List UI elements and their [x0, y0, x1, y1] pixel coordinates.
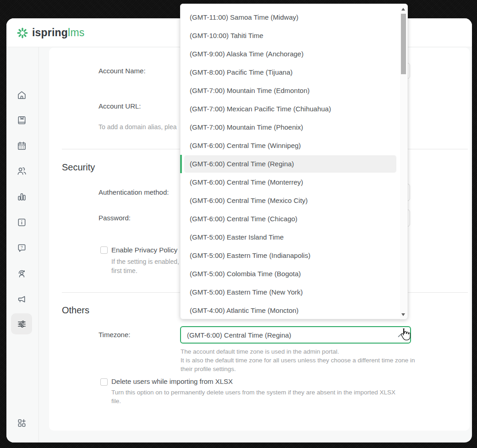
timezone-option-label: (GMT-5:00) Eastern Time (New York) — [181, 288, 303, 296]
account-name-label: Account Name: — [99, 66, 146, 76]
timezone-option[interactable]: (GMT-5:00) Eastern Time (Indianapolis) — [181, 246, 407, 265]
support-person-icon — [16, 268, 27, 279]
sidebar-item-help[interactable]: ? — [11, 237, 32, 258]
sidebar-nav: ? TT — [6, 47, 39, 443]
timezone-option[interactable]: (GMT-5:00) Colombia Time (Bogota) — [181, 265, 407, 283]
delete-users-xlsx-label[interactable]: Delete users while importing from XLSX — [111, 377, 233, 386]
sidebar-item-settings[interactable] — [11, 313, 32, 334]
timezone-hint-line1: The account default time zone is used in… — [181, 347, 415, 356]
timezone-option[interactable]: (GMT-8:00) Pacific Time (Tijuana) — [181, 63, 407, 82]
timezone-option-label: (GMT-11:00) Samoa Time (Midway) — [181, 13, 298, 21]
delete-users-xlsx-hint: Turn this option on to permanently delet… — [111, 388, 395, 405]
timezone-option[interactable]: (GMT-9:00) Alaska Time (Anchorage) — [181, 45, 407, 63]
timezone-option-label: (GMT-6:00) Central Time (Mexico City) — [181, 197, 308, 204]
timezone-option-label: (GMT-7:00) Mexican Pacific Time (Chihuah… — [181, 105, 331, 113]
settings-sliders-icon — [16, 319, 27, 329]
timezone-option[interactable]: (GMT-7:00) Mountain Time (Edmonton) — [181, 82, 407, 100]
sidebar-item-info[interactable] — [11, 212, 32, 233]
security-section-title: Security — [62, 160, 95, 174]
timezone-select[interactable]: (GMT-6:00) Central Time (Regina) — [180, 326, 411, 344]
info-icon — [16, 217, 27, 228]
timezone-option-label: (GMT-5:00) Eastern Time (Indianapolis) — [181, 251, 310, 259]
timezone-option[interactable]: (GMT-5:00) Easter Island Time — [181, 228, 407, 246]
timezone-hint-line2: It is also the default time zone for all… — [181, 356, 415, 365]
timezone-option[interactable]: (GMT-11:00) Samoa Time (Midway) — [181, 8, 407, 27]
book-icon — [16, 115, 27, 126]
timezone-option-label: (GMT-10:00) Tahiti Time — [181, 32, 263, 39]
timezone-dropdown-list: (GMT-11:00) Samoa Time (Midway)(GMT-10:0… — [181, 8, 407, 320]
timezone-option[interactable]: (GMT-7:00) Mexican Pacific Time (Chihuah… — [181, 100, 407, 118]
sidebar-item-home[interactable] — [11, 84, 32, 105]
home-icon — [16, 90, 27, 100]
dropdown-scrollbar[interactable] — [400, 5, 407, 319]
timezone-option[interactable]: (GMT-6:00) Central Time (Chicago) — [181, 210, 407, 228]
timezone-option-label: (GMT-4:00) Atlantic Time (Moncton) — [181, 306, 299, 314]
sidebar-item-reports[interactable] — [11, 186, 32, 207]
scroll-down-arrow-icon[interactable] — [401, 313, 405, 316]
timezone-option[interactable]: (GMT-6:00) Central Time (Monterrey) — [181, 173, 407, 191]
privacy-hint-line2: first time. — [111, 266, 137, 275]
timezone-option[interactable]: (GMT-6:00) Central Time (Mexico City) — [181, 191, 407, 210]
sidebar-item-support[interactable] — [11, 263, 32, 284]
sidebar-item-apps[interactable] — [11, 412, 32, 433]
timezone-option-label: (GMT-7:00) Mountain Time (Edmonton) — [181, 87, 310, 94]
privacy-policy-checkbox[interactable] — [100, 246, 108, 254]
timezone-option-label: (GMT-6:00) Central Time (Winnipeg) — [181, 142, 301, 149]
timezone-option-label: (GMT-6:00) Central Time (Regina) — [181, 160, 294, 168]
sidebar-item-announcements[interactable] — [11, 289, 32, 310]
megaphone-icon — [16, 294, 27, 305]
scrollbar-thumb[interactable] — [401, 14, 406, 74]
timezone-option-label: (GMT-8:00) Pacific Time (Tijuana) — [181, 68, 293, 76]
logo-ispring: ispring — [32, 27, 68, 38]
timezone-option[interactable]: (GMT-6:00) Central Time (Regina) — [181, 155, 407, 173]
scroll-up-arrow-icon[interactable] — [401, 8, 405, 11]
others-section-title: Others — [62, 303, 89, 317]
apps-add-icon — [16, 418, 27, 428]
sidebar-item-users[interactable] — [11, 160, 32, 181]
timezone-option[interactable]: (GMT-7:00) Mountain Time (Phoenix) — [181, 118, 407, 137]
sidebar-item-courses[interactable] — [11, 109, 32, 131]
sidebar-item-calendar[interactable] — [11, 135, 32, 156]
timezone-hint: The account default time zone is used in… — [181, 347, 415, 373]
ispring-logo[interactable]: ispringlms — [16, 18, 84, 47]
timezone-option[interactable]: (GMT-6:00) Central Time (Winnipeg) — [181, 137, 407, 155]
timezone-option-label: (GMT-5:00) Colombia Time (Bogota) — [181, 270, 301, 278]
users-icon — [16, 166, 27, 176]
privacy-policy-label[interactable]: Enable Privacy Policy — [111, 246, 177, 255]
timezone-hint-line3: their profile settings. — [181, 365, 415, 373]
account-url-label: Account URL: — [99, 102, 141, 111]
help-chat-icon: ? — [16, 243, 27, 253]
timezone-option[interactable]: (GMT-4:00) Atlantic Time (Moncton) — [181, 301, 407, 320]
ispring-burst-icon — [16, 27, 28, 39]
domain-alias-hint: To add a domain alias, plea — [99, 122, 176, 131]
timezone-option[interactable]: (GMT-5:00) Eastern Time (New York) — [181, 283, 407, 301]
xlsx-hint-line1: Turn this option on to permanently delet… — [111, 388, 395, 397]
logo-text: ispringlms — [32, 27, 84, 39]
timezone-option-label: (GMT-7:00) Mountain Time (Phoenix) — [181, 123, 303, 131]
timezone-dropdown: (GMT-11:00) Samoa Time (Midway)(GMT-10:0… — [180, 4, 408, 319]
timezone-option-label: (GMT-5:00) Easter Island Time — [181, 233, 284, 241]
timezone-label: Timezone: — [99, 330, 130, 339]
privacy-hint-line1: If the setting is enabled, a — [111, 257, 185, 266]
timezone-option-label: (GMT-6:00) Central Time (Chicago) — [181, 215, 297, 223]
delete-users-xlsx-checkbox[interactable] — [100, 378, 108, 386]
xlsx-hint-line2: file. — [111, 397, 395, 405]
password-label: Password: — [99, 213, 131, 223]
timezone-option-label: (GMT-6:00) Central Time (Monterrey) — [181, 178, 303, 186]
calendar-icon — [16, 141, 27, 151]
bar-chart-icon — [16, 191, 27, 202]
timezone-option[interactable]: (GMT-10:00) Tahiti Time — [181, 27, 407, 45]
authentication-method-label: Authentication method: — [99, 188, 169, 197]
page-background: ispringlms ? — [0, 0, 477, 448]
logo-lms: lms — [68, 27, 84, 38]
svg-text:?: ? — [21, 245, 23, 250]
chevron-up-icon — [398, 333, 404, 338]
timezone-option-label: (GMT-9:00) Alaska Time (Anchorage) — [181, 50, 303, 58]
timezone-select-value: (GMT-6:00) Central Time (Regina) — [187, 331, 291, 339]
